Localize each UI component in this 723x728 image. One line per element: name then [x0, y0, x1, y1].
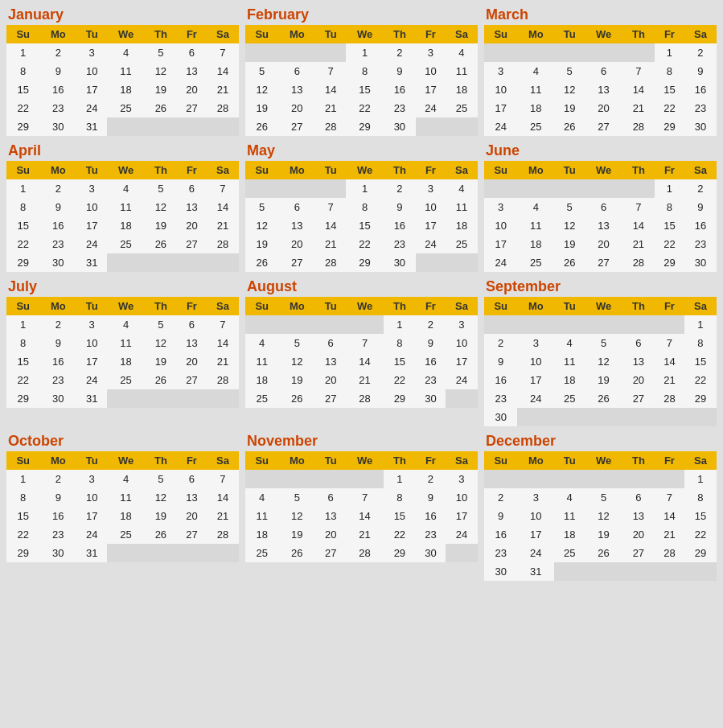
day-cell[interactable]: 17	[76, 352, 107, 371]
day-cell[interactable]: 2	[39, 315, 76, 334]
day-cell[interactable]	[585, 315, 622, 334]
day-cell[interactable]: 3	[416, 43, 446, 62]
day-cell[interactable]	[315, 179, 346, 198]
day-cell[interactable]: 25	[107, 235, 145, 253]
day-cell[interactable]: 11	[245, 507, 278, 525]
day-cell[interactable]: 22	[6, 525, 39, 544]
day-cell[interactable]: 24	[416, 99, 446, 117]
day-cell[interactable]: 17	[446, 352, 478, 371]
day-cell[interactable]: 10	[517, 507, 554, 525]
day-cell[interactable]: 3	[517, 488, 554, 507]
day-cell[interactable]: 24	[517, 544, 554, 562]
day-cell[interactable]: 19	[245, 99, 278, 117]
day-cell[interactable]	[684, 562, 717, 581]
day-cell[interactable]: 18	[446, 80, 478, 99]
day-cell[interactable]: 7	[207, 470, 239, 488]
day-cell[interactable]: 30	[39, 389, 76, 408]
day-cell[interactable]: 23	[416, 525, 446, 544]
day-cell[interactable]: 23	[384, 235, 416, 253]
day-cell[interactable]: 16	[39, 507, 76, 525]
day-cell[interactable]: 29	[655, 117, 684, 136]
day-cell[interactable]	[484, 179, 517, 198]
day-cell[interactable]: 21	[207, 352, 239, 371]
day-cell[interactable]: 9	[484, 352, 517, 371]
day-cell[interactable]: 15	[655, 80, 684, 99]
day-cell[interactable]	[517, 179, 554, 198]
day-cell[interactable]: 19	[145, 80, 177, 99]
day-cell[interactable]	[107, 389, 145, 408]
day-cell[interactable]: 23	[484, 544, 517, 562]
day-cell[interactable]: 11	[107, 334, 145, 352]
day-cell[interactable]: 11	[245, 352, 278, 371]
day-cell[interactable]: 18	[554, 525, 585, 544]
day-cell[interactable]: 27	[177, 235, 207, 253]
day-cell[interactable]: 29	[6, 117, 39, 136]
day-cell[interactable]: 12	[145, 198, 177, 216]
day-cell[interactable]: 9	[416, 334, 446, 352]
day-cell[interactable]: 6	[315, 488, 346, 507]
day-cell[interactable]: 2	[684, 179, 717, 198]
day-cell[interactable]: 26	[585, 389, 622, 408]
day-cell[interactable]: 5	[554, 198, 585, 216]
day-cell[interactable]: 23	[39, 371, 76, 389]
day-cell[interactable]	[315, 315, 346, 334]
day-cell[interactable]: 27	[622, 389, 655, 408]
day-cell[interactable]: 27	[622, 544, 655, 562]
day-cell[interactable]: 29	[6, 389, 39, 408]
day-cell[interactable]	[346, 470, 384, 488]
day-cell[interactable]	[207, 253, 239, 272]
day-cell[interactable]	[622, 470, 655, 488]
day-cell[interactable]	[585, 562, 622, 581]
day-cell[interactable]	[554, 315, 585, 334]
day-cell[interactable]: 4	[107, 470, 145, 488]
day-cell[interactable]: 6	[585, 62, 622, 80]
day-cell[interactable]: 30	[484, 562, 517, 581]
day-cell[interactable]: 12	[145, 62, 177, 80]
day-cell[interactable]: 13	[177, 198, 207, 216]
day-cell[interactable]: 28	[622, 117, 655, 136]
day-cell[interactable]: 22	[684, 371, 717, 389]
day-cell[interactable]	[446, 117, 478, 136]
day-cell[interactable]: 2	[39, 43, 76, 62]
day-cell[interactable]: 9	[416, 488, 446, 507]
day-cell[interactable]: 16	[484, 525, 517, 544]
day-cell[interactable]: 26	[245, 117, 278, 136]
day-cell[interactable]: 17	[517, 525, 554, 544]
day-cell[interactable]: 22	[6, 371, 39, 389]
day-cell[interactable]: 2	[39, 179, 76, 198]
day-cell[interactable]: 3	[446, 315, 478, 334]
day-cell[interactable]: 28	[622, 253, 655, 272]
day-cell[interactable]: 3	[76, 43, 107, 62]
day-cell[interactable]: 24	[446, 371, 478, 389]
day-cell[interactable]: 29	[684, 544, 717, 562]
day-cell[interactable]: 10	[484, 80, 517, 99]
day-cell[interactable]: 15	[6, 352, 39, 371]
day-cell[interactable]: 25	[517, 117, 554, 136]
day-cell[interactable]: 6	[585, 198, 622, 216]
day-cell[interactable]: 17	[517, 371, 554, 389]
day-cell[interactable]: 27	[177, 525, 207, 544]
day-cell[interactable]: 28	[207, 525, 239, 544]
day-cell[interactable]: 19	[145, 352, 177, 371]
day-cell[interactable]: 16	[39, 80, 76, 99]
day-cell[interactable]: 22	[655, 235, 684, 253]
day-cell[interactable]: 20	[585, 99, 622, 117]
day-cell[interactable]: 25	[107, 371, 145, 389]
day-cell[interactable]: 7	[315, 62, 346, 80]
day-cell[interactable]: 6	[278, 62, 315, 80]
day-cell[interactable]: 8	[346, 62, 384, 80]
day-cell[interactable]: 18	[107, 507, 145, 525]
day-cell[interactable]: 19	[245, 235, 278, 253]
day-cell[interactable]: 14	[207, 488, 239, 507]
day-cell[interactable]: 6	[278, 198, 315, 216]
day-cell[interactable]: 20	[315, 525, 346, 544]
day-cell[interactable]: 10	[76, 334, 107, 352]
day-cell[interactable]: 11	[446, 62, 478, 80]
day-cell[interactable]: 12	[145, 334, 177, 352]
day-cell[interactable]: 23	[684, 235, 717, 253]
day-cell[interactable]: 19	[145, 507, 177, 525]
day-cell[interactable]: 2	[416, 470, 446, 488]
day-cell[interactable]: 14	[207, 62, 239, 80]
day-cell[interactable]: 21	[622, 99, 655, 117]
day-cell[interactable]: 31	[517, 562, 554, 581]
